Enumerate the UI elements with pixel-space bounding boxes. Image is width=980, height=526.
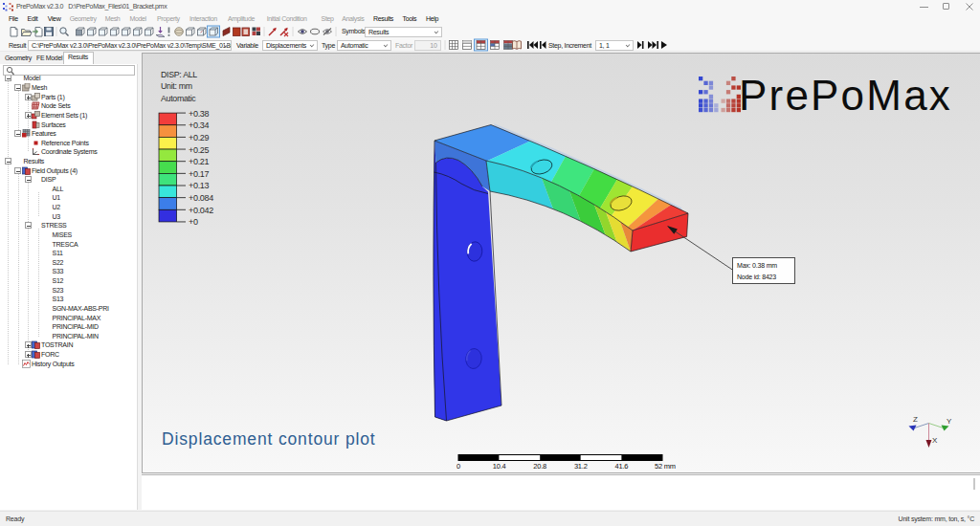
svg-text:X: X (932, 436, 938, 445)
svg-text:Y: Y (947, 417, 952, 426)
svg-text:Z: Z (913, 415, 918, 424)
